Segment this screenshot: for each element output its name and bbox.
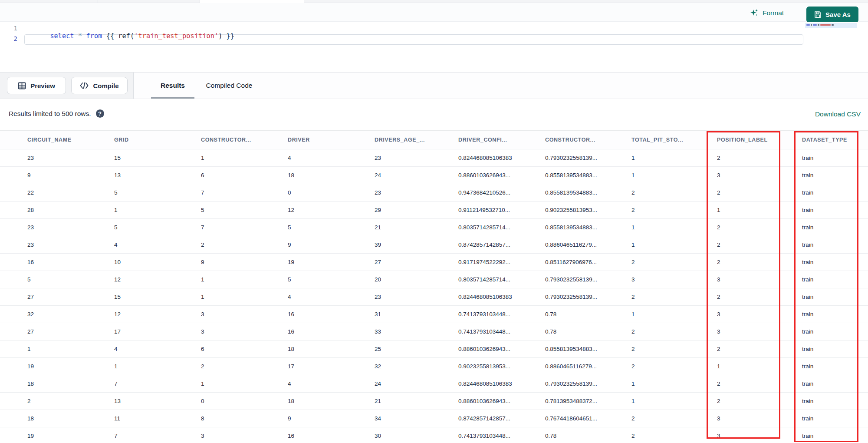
table-grid-icon [18,82,26,90]
help-icon[interactable]: ? [96,109,104,118]
table-cell: 1 [717,363,802,370]
table-cell: train [802,294,868,300]
table-cell: 17 [288,363,375,370]
table-cell: 24 [375,380,458,387]
table-cell: 21 [375,398,458,404]
sql-token: from [86,32,102,40]
format-button[interactable]: Format [750,7,784,19]
table-cell: 1 [201,155,288,161]
file-tab-divider [200,0,200,3]
sql-token: 'train_test_position' [134,32,218,40]
table-cell: 0.8558139534883... [545,224,631,231]
results-action-bar: Preview Compile Results Compiled Code [0,72,868,99]
table-cell: 18 [288,346,375,352]
table-cell: train [802,207,868,213]
table-cell: 0.9023255813953... [545,207,631,213]
table-cell: train [802,311,868,317]
table-cell: 0.7413793103448... [458,311,545,317]
editor-minimap[interactable] [805,22,868,72]
results-header: Results limited to 500 rows. ? Download … [0,99,868,130]
table-cell: 0.8035714285714... [458,224,545,231]
sql-token: ref( [118,32,134,40]
table-cell: 12 [114,311,201,317]
table-cell: 0.8511627906976... [545,259,631,265]
results-table: CIRCUIT_NAMEGRIDCONSTRUCTOR...DRIVERDRIV… [0,130,868,443]
table-cell: train [802,328,868,335]
preview-button[interactable]: Preview [7,77,66,94]
save-as-button[interactable]: Save As [806,7,858,23]
table-cell: 0.9473684210526... [458,189,545,196]
table-row: 51215200.8035714285714...0.7930232558139… [0,271,868,288]
table-cell: 1 [114,207,201,213]
download-csv-link[interactable]: Download CSV [815,110,861,118]
table-cell: 23 [375,189,458,196]
table-cell: 22 [27,189,114,196]
table-cell: 16 [288,433,375,439]
table-cell: 0.7413793103448... [458,433,545,439]
table-cell: 0.8860103626943... [458,398,545,404]
table-cell: 3 [631,276,717,283]
row-limit-text: Results limited to 500 rows. [9,110,91,118]
table-cell: 27 [27,328,114,335]
table-cell: 12 [114,276,201,283]
table-cell: 1 [631,311,717,317]
compile-button[interactable]: Compile [71,77,128,94]
table-cell: 1 [631,224,717,231]
line-number-1: 1 [0,25,17,32]
table-cell: 2 [717,189,802,196]
table-cell: 23 [375,155,458,161]
save-as-label: Save As [825,11,851,18]
sparkles-icon [750,9,759,17]
table-cell: 3 [717,172,802,179]
table-cell: 4 [288,294,375,300]
table-cell: train [802,415,868,422]
table-cell: 0.8035714285714... [458,276,545,283]
table-cell: 13 [114,172,201,179]
table-cell: 7 [114,433,201,439]
column-header: CONSTRUCTOR... [201,137,288,143]
table-cell: 24 [375,172,458,179]
table-cell: train [802,155,868,161]
file-tab-active[interactable] [200,0,304,3]
table-cell: 30 [375,433,458,439]
table-cell: 9 [27,172,114,179]
table-row: 22570230.9473684210526...0.8558139534883… [0,184,868,202]
table-cell: 0.8742857142857... [458,241,545,248]
table-row: 271514230.8244680851063830.7930232558139… [0,288,868,306]
table-cell: 23 [27,241,114,248]
table-row: 197316300.7413793103448...0.7823train [0,427,868,443]
tab-results[interactable]: Results [151,73,194,99]
table-cell: 0.8558139534883... [545,346,631,352]
table-cell: 1 [114,363,201,370]
table-cell: 9 [288,241,375,248]
table-row: 213018210.8860103626943...0.781395348837… [0,393,868,410]
table-row: 23429390.8742857142857...0.8860465116279… [0,236,868,254]
table-cell: 0.824468085106383 [458,380,545,387]
table-cell: 2 [631,346,717,352]
table-cell: 2 [631,433,717,439]
table-cell: train [802,276,868,283]
table-cell: 2 [27,398,114,404]
table-row: 1610919270.9171974522292...0.85116279069… [0,254,868,271]
table-cell: 2 [717,380,802,387]
save-icon [814,11,822,18]
table-cell: 0.7930232558139... [545,276,631,283]
table-cell: train [802,241,868,248]
table-cell: 0.9171974522292... [458,259,545,265]
table-cell: 3 [201,311,288,317]
table-cell: 5 [288,276,375,283]
table-cell: 19 [27,433,114,439]
table-cell: 5 [27,276,114,283]
table-row: 23575210.8035714285714...0.8558139534883… [0,219,868,236]
table-cell: 12 [288,207,375,213]
sql-editor[interactable]: 1 2 select * from {{ ref('train_test_pos… [0,22,868,72]
table-cell: 1 [631,155,717,161]
table-cell: 2 [717,224,802,231]
table-cell: 18 [27,415,114,422]
table-cell: train [802,259,868,265]
column-header: DATASET_TYPE [802,137,868,143]
table-cell: 34 [375,415,458,422]
table-cell: 0.7813953488372... [545,398,631,404]
tab-compiled-code[interactable]: Compiled Code [199,73,260,99]
table-cell: 0.8742857142857... [458,415,545,422]
